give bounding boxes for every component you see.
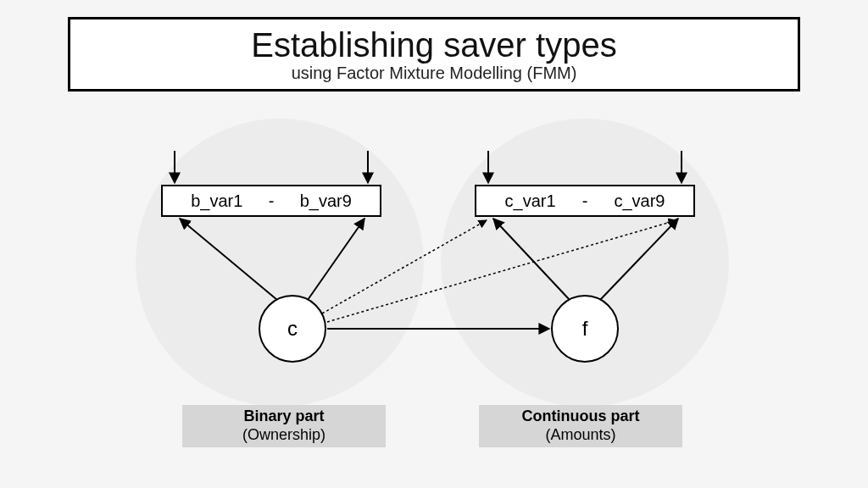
title-box: Establishing saver types using Factor Mi… [68,17,800,92]
continuous-part-sub: (Amounts) [545,426,615,445]
continuous-vars-box: c_var1 - c_var9 [475,185,695,217]
bg-circle-right [441,119,729,407]
binary-part-title: Binary part [243,408,324,426]
binary-part-sub: (Ownership) [242,426,326,445]
node-c-label: c [287,317,298,341]
binary-part-label: Binary part (Ownership) [182,405,386,447]
node-f-label: f [582,317,588,341]
continuous-part-label: Continuous part (Amounts) [479,405,682,447]
continuous-var-sep: - [582,191,588,211]
binary-vars-box: b_var1 - b_var9 [161,185,381,217]
binary-var-end: b_var9 [300,191,352,211]
node-c: c [259,295,326,363]
page-title: Establishing saver types [251,26,616,64]
continuous-var-end: c_var9 [614,191,665,211]
continuous-var-start: c_var1 [505,191,556,211]
binary-var-start: b_var1 [191,191,242,211]
page-subtitle: using Factor Mixture Modelling (FMM) [292,64,577,83]
node-f: f [551,295,619,363]
binary-var-sep: - [269,191,275,211]
bg-circle-left [136,119,424,407]
continuous-part-title: Continuous part [522,408,640,426]
